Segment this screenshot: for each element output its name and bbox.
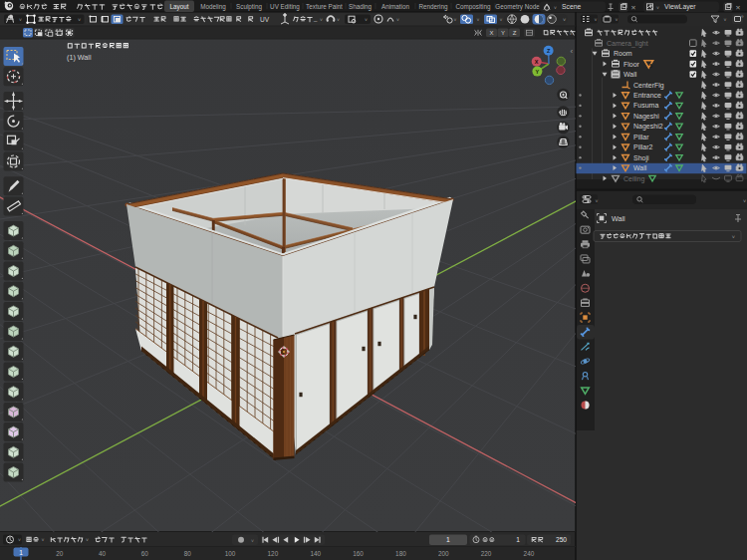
- svg-text:Nageshi2: Nageshi2: [633, 123, 663, 131]
- svg-text:250: 250: [556, 536, 567, 543]
- svg-text:220: 220: [481, 550, 492, 557]
- svg-text:1: 1: [19, 549, 23, 556]
- svg-text:_: _: [313, 16, 318, 22]
- svg-text:240: 240: [524, 550, 535, 557]
- svg-text:Entrance: Entrance: [633, 92, 661, 99]
- svg-text:(1) Wall: (1) Wall: [67, 53, 92, 62]
- svg-text:160: 160: [353, 550, 364, 557]
- svg-text:Z: Z: [513, 30, 517, 36]
- svg-text:Shoji: Shoji: [633, 154, 649, 162]
- svg-text:˅: ˅: [724, 17, 727, 23]
- svg-text:˅: ˅: [19, 17, 22, 23]
- svg-text:˅: ˅: [570, 31, 573, 37]
- svg-text:40: 40: [99, 550, 107, 557]
- svg-text:Y: Y: [501, 30, 505, 36]
- svg-text:Layout: Layout: [170, 3, 189, 11]
- svg-text:140: 140: [310, 550, 321, 557]
- svg-text:Rendering: Rendering: [418, 3, 448, 11]
- svg-text:60: 60: [141, 550, 149, 557]
- svg-text:UV Editing: UV Editing: [270, 3, 300, 11]
- svg-text:˅: ˅: [563, 17, 566, 23]
- svg-text:Pillar2: Pillar2: [633, 143, 653, 150]
- svg-text:˅: ˅: [743, 198, 746, 204]
- svg-text:UV: UV: [260, 16, 270, 23]
- svg-text:˅: ˅: [42, 537, 45, 543]
- svg-text:˅: ˅: [596, 198, 599, 204]
- svg-text:Shading: Shading: [349, 3, 373, 11]
- svg-text:˅: ˅: [477, 17, 480, 23]
- svg-text:Wall: Wall: [623, 71, 637, 78]
- svg-text:X: X: [535, 59, 539, 65]
- svg-text:120: 120: [268, 550, 279, 557]
- svg-text:‹: ‹: [571, 47, 574, 56]
- svg-text:˅: ˅: [337, 17, 340, 23]
- svg-text:Scene: Scene: [562, 3, 581, 10]
- svg-text:Sculpting: Sculpting: [236, 3, 262, 11]
- svg-text:Texture Paint: Texture Paint: [306, 3, 343, 10]
- svg-text:˅: ˅: [365, 17, 368, 23]
- svg-text:Wall: Wall: [633, 164, 647, 171]
- svg-text:1: 1: [446, 536, 450, 543]
- svg-text:100: 100: [225, 550, 236, 557]
- svg-text:20: 20: [56, 550, 64, 557]
- svg-text:Nageshi: Nageshi: [633, 113, 659, 121]
- svg-text:200: 200: [438, 550, 449, 557]
- svg-text:180: 180: [395, 550, 406, 557]
- svg-text:5: 5: [649, 63, 652, 69]
- svg-text:˅: ˅: [656, 5, 659, 11]
- svg-text:˅: ˅: [454, 17, 457, 23]
- svg-text:✕: ✕: [630, 4, 635, 11]
- svg-text:˅: ˅: [500, 17, 503, 23]
- svg-text:80: 80: [184, 550, 192, 557]
- svg-text:Wall: Wall: [612, 214, 625, 223]
- svg-text:˅: ˅: [18, 537, 21, 543]
- svg-text:˅: ˅: [320, 17, 323, 23]
- svg-text:˅: ˅: [78, 17, 81, 23]
- svg-text:˅: ˅: [86, 537, 89, 543]
- svg-text:1: 1: [516, 536, 520, 543]
- svg-text:Room: Room: [614, 50, 632, 57]
- svg-text:X: X: [489, 30, 493, 36]
- svg-text:º: º: [742, 14, 744, 20]
- svg-text:˅: ˅: [595, 17, 598, 23]
- svg-text:Floor: Floor: [623, 61, 640, 68]
- svg-text:Pillar: Pillar: [633, 134, 649, 140]
- svg-text:✕: ✕: [735, 4, 740, 11]
- svg-text:Camera_light: Camera_light: [607, 40, 648, 48]
- svg-text:Compositing: Compositing: [456, 3, 491, 11]
- svg-text:Fusuma: Fusuma: [633, 102, 658, 109]
- svg-text:˅: ˅: [396, 17, 399, 23]
- svg-text:CenterFlg: CenterFlg: [633, 82, 664, 90]
- svg-text:˅: ˅: [554, 5, 557, 11]
- svg-text:ViewLayer: ViewLayer: [664, 3, 696, 11]
- svg-text:Modeling: Modeling: [200, 3, 226, 11]
- svg-text:˅: ˅: [251, 538, 254, 544]
- svg-text:Animation: Animation: [381, 3, 409, 10]
- svg-text:Ceiling: Ceiling: [623, 175, 645, 183]
- svg-text:˅: ˅: [732, 234, 735, 240]
- svg-text:Y: Y: [536, 69, 540, 75]
- svg-text:˅: ˅: [616, 17, 619, 23]
- svg-text:Geometry Node: Geometry Node: [495, 3, 540, 11]
